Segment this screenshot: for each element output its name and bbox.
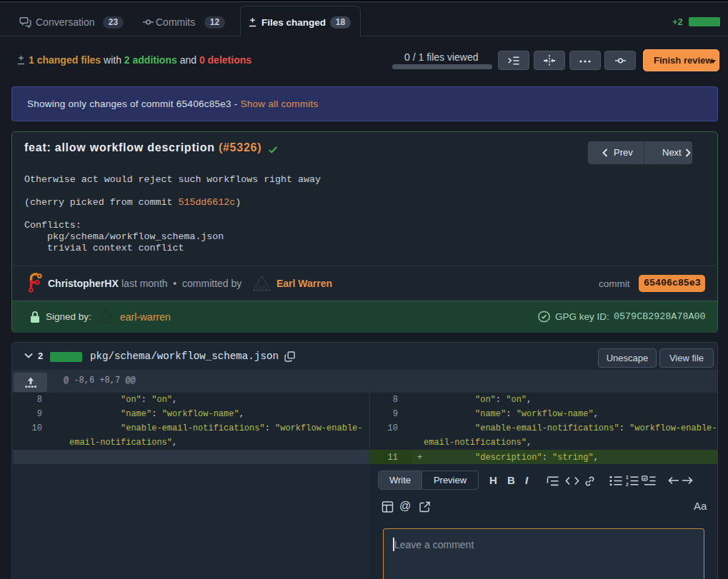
- svg-text:1: 1: [626, 475, 629, 480]
- svg-text:2: 2: [626, 482, 629, 486]
